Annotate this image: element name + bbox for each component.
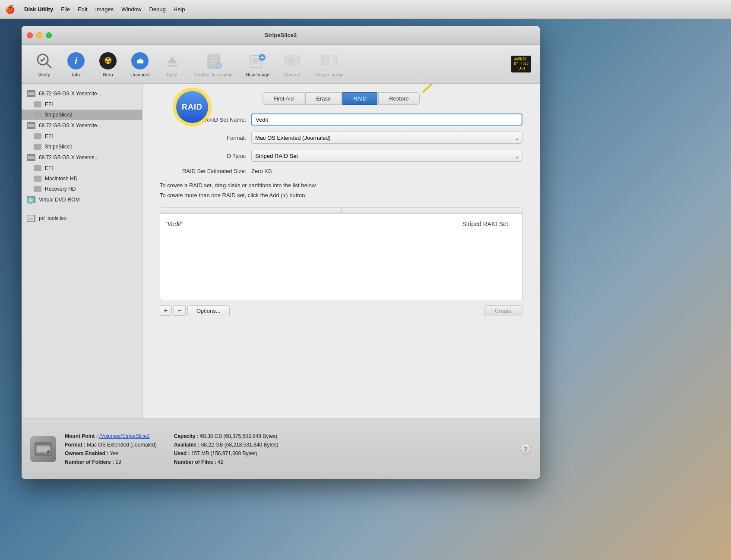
content-area: 68.72 GB OS X Yosemite... EFI StripeSlic… [22,84,540,418]
efi1-icon [34,101,41,107]
status-bar: Mount Point : /Volumes/StripeSlice2 Form… [22,418,540,479]
convert-label: Convert [284,72,301,77]
table-row[interactable]: “Vedit” Striped RAID Set [160,214,522,300]
table-cell-type: Striped RAID Set [337,220,517,293]
efi2-label: EFI [45,133,53,139]
available-value: 68.22 GB (68,218,531,840 Bytes) [201,442,278,448]
minimize-button[interactable] [36,32,42,38]
tab-first-aid[interactable]: First Aid [263,92,304,105]
size-row: RAID Set Estimated Size: Zero KB [160,168,522,174]
create-button[interactable]: Create [484,305,522,316]
svg-rect-31 [28,156,35,159]
sidebar-item-efi2[interactable]: EFI [22,131,142,142]
enable-journaling-label: Enable Journaling [195,72,233,77]
svg-rect-5 [167,65,177,66]
dvd-label: Virtual DVD-ROM [39,197,79,203]
maximize-button[interactable] [46,32,52,38]
unmount-icon: ⏏ [130,51,149,70]
table-cell-name: “Vedit” [165,220,337,293]
info-label: Info [72,72,80,77]
svg-text:ISO: ISO [28,217,34,220]
sidebar-item-stripeslice2[interactable]: StripeSlice2 [22,110,142,120]
window-title: StripeSlice2 [265,32,297,38]
instructions-line2: To create more than one RAID set, click … [160,190,522,200]
svg-line-1 [47,63,51,68]
apple-menu[interactable]: 🍎 [5,5,15,14]
status-folders: Number of Folders : 19 [65,459,157,465]
folders-value: 19 [115,459,121,465]
format-row: Format: Mac OS Extended (Journaled) ⌄ [160,132,522,144]
menu-help[interactable]: Help [174,6,185,13]
mount-point-value[interactable]: /Volumes/StripeSlice2 [99,433,150,439]
raid-form: RAID RAID Set Name: [151,113,531,316]
files-label: Number of Files : [174,459,216,465]
sidebar-item-stripeslice1[interactable]: StripeSlice1 [22,142,142,152]
sidebar-item-efi3[interactable]: EFI [22,163,142,173]
menu-window[interactable]: Window [121,6,141,13]
tab-erase[interactable]: Erase [305,92,342,105]
sidebar-item-efi1[interactable]: EFI [22,99,142,110]
files-value: 42 [218,459,223,465]
sidebar-item-disk2[interactable]: 68.72 GB OS X Yosemite... [22,120,142,131]
format-label: Format: [160,135,246,141]
info-button[interactable]: i Info [62,49,90,80]
eject-button[interactable]: Eject [158,49,186,80]
svg-rect-24 [34,102,41,107]
tab-restore[interactable]: Restore [378,92,420,105]
log-warning-text: WARNIN [514,57,528,62]
add-set-button[interactable]: + [160,305,172,316]
convert-button[interactable]: Convert [278,49,306,80]
type-select[interactable]: Striped RAID Set [251,150,522,162]
close-button[interactable] [27,32,33,38]
remove-set-button[interactable]: − [174,305,186,316]
instructions-line1: To create a RAID set, drag disks or part… [160,180,522,190]
format-label: Format : [65,442,85,448]
enable-journaling-icon: + [204,51,223,70]
name-row: RAID Set Name: [160,113,522,126]
sidebar-item-disk3[interactable]: 68.72 GB OS X Yoseme... [22,152,142,163]
unmount-button[interactable]: ⏏ Unmount [126,49,154,80]
log-button[interactable]: WARNIN BY 7:86 Log [511,56,531,72]
size-value: Zero KB [251,168,272,174]
instructions: To create a RAID set, drag disks or part… [160,180,522,201]
sidebar-item-dvd[interactable]: Virtual DVD-ROM [22,194,142,205]
menu-debug[interactable]: Debug [149,6,165,13]
raid-table-body: “Vedit” Striped RAID Set [160,214,522,300]
new-image-icon: + [248,51,267,70]
verify-button[interactable]: Verify [30,49,58,80]
status-info: Mount Point : /Volumes/StripeSlice2 Form… [65,433,511,465]
sidebar-item-iso[interactable]: ISO prl_tools.iso [22,213,142,224]
menu-edit[interactable]: Edit [78,6,87,13]
recoveryhd-label: Recovery HD [45,186,76,192]
help-button[interactable]: ? [520,444,531,455]
status-col-left: Mount Point : /Volumes/StripeSlice2 Form… [65,433,157,465]
burn-icon: ☢ [98,51,117,70]
sidebar-item-disk1[interactable]: 68.72 GB OS X Yosemite... [22,88,142,99]
unmount-label: Unmount [130,72,150,77]
menu-file[interactable]: File [61,6,70,13]
raid-badge: RAID [176,91,208,123]
dvd-icon [27,196,35,203]
tab-raid[interactable]: RAID [342,92,377,105]
svg-text:+: + [260,54,264,61]
verify-label: Verify [38,72,50,77]
menu-images[interactable]: Images [95,6,114,13]
capacity-label: Capacity : [174,433,199,439]
new-image-button[interactable]: + New Image [241,49,274,80]
options-button[interactable]: Options... [187,305,230,316]
main-panel: First Aid Erase RAID Restore RAID [142,84,540,418]
sidebar-item-recoveryhd[interactable]: Recovery HD [22,184,142,194]
bottom-toolbar: + − Options... Create [160,305,522,316]
format-select[interactable]: Mac OS Extended (Journaled) [251,132,522,144]
eject-label: Eject [167,72,177,77]
raid-table-header [160,208,522,214]
owners-value: Yes [110,450,118,456]
burn-button[interactable]: ☢ Burn [94,49,122,80]
enable-journaling-button[interactable]: + Enable Journaling [190,49,237,80]
name-input[interactable] [251,113,522,126]
resize-image-button[interactable]: Resize Image [310,49,348,80]
sidebar-divider [27,209,137,209]
capacity-value: 68.38 GB (68,375,502,848 Bytes) [200,433,277,439]
svg-point-44 [47,450,50,453]
sidebar-item-macintoshhd[interactable]: Macintosh HD [22,173,142,184]
